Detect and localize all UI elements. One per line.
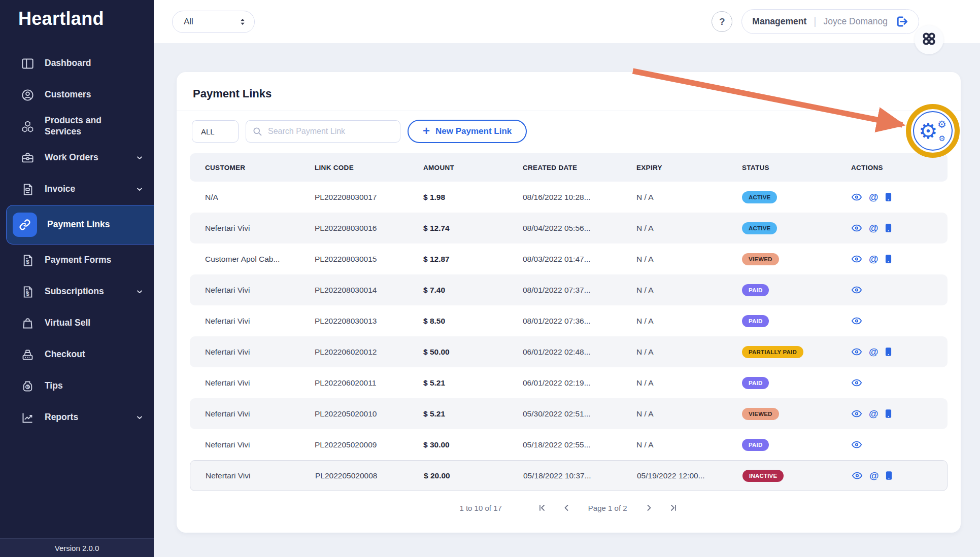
sms-icon[interactable] xyxy=(885,223,892,233)
cell-customer: Nefertari Vivi xyxy=(205,286,315,295)
logout-icon[interactable] xyxy=(895,15,908,28)
sms-icon[interactable] xyxy=(885,192,892,202)
chevron-down-icon xyxy=(136,413,144,422)
cell-expiry: N / A xyxy=(636,317,742,326)
topbar-right: ? Management | Joyce Domanog xyxy=(712,9,919,34)
new-payment-link-button[interactable]: + New Payment Link xyxy=(408,120,527,143)
status-badge: ACTIVE xyxy=(742,222,777,234)
sidebar-item-subscriptions[interactable]: $Subscriptions xyxy=(0,276,154,307)
pagination: 1 to 10 of 17 Page 1 of 2 xyxy=(190,503,948,512)
cell-customer: Nefertari Vivi xyxy=(205,378,315,388)
gear-tiny-icon: ⚙ xyxy=(939,134,945,142)
settings-button[interactable]: ⚙ ⚙ ⚙ xyxy=(913,111,953,151)
select-arrows-icon xyxy=(239,17,246,26)
cell-amount: $ 5.21 xyxy=(423,409,523,419)
help-button[interactable]: ? xyxy=(712,11,732,32)
view-icon[interactable] xyxy=(851,409,862,418)
table-row: Nefertari ViviPL202206020011$ 5.2106/01/… xyxy=(190,367,948,398)
sms-icon[interactable] xyxy=(885,409,892,419)
status-badge: PAID xyxy=(742,439,769,451)
email-icon[interactable]: @ xyxy=(869,347,878,357)
view-icon[interactable] xyxy=(851,286,862,294)
content-area: Payment Links ALL + New Payment Link xyxy=(154,43,980,557)
plus-icon: + xyxy=(423,125,430,137)
view-icon[interactable] xyxy=(851,347,862,356)
email-icon[interactable]: @ xyxy=(869,409,878,419)
cell-customer: Nefertari Vivi xyxy=(205,440,315,449)
sidebar-item-dashboard[interactable]: Dashboard xyxy=(0,48,154,79)
user-menu[interactable]: Management | Joyce Domanog xyxy=(741,9,919,34)
sidebar-item-tips[interactable]: $Tips xyxy=(0,370,154,402)
status-badge: PAID xyxy=(742,377,769,389)
view-icon[interactable] xyxy=(852,471,863,480)
cell-created-date: 08/01/2022 07:36... xyxy=(523,317,636,326)
view-icon[interactable] xyxy=(851,193,862,201)
cell-expiry: N / A xyxy=(636,347,742,357)
email-icon[interactable]: @ xyxy=(869,192,878,202)
sms-icon[interactable] xyxy=(885,347,892,357)
email-icon[interactable]: @ xyxy=(869,223,878,233)
sidebar-item-payment-links[interactable]: Payment Links xyxy=(6,205,154,245)
sidebar-item-products-and-services[interactable]: Products and Services xyxy=(0,111,154,142)
cell-amount: $ 8.50 xyxy=(423,317,523,326)
table-body: N/APL202208030017$ 1.9808/16/2022 10:28.… xyxy=(190,182,948,491)
cell-link-code: PL202208030013 xyxy=(315,317,423,326)
app-root: Heartland DashboardCustomersProducts and… xyxy=(0,0,980,557)
pagination-page: Page 1 of 2 xyxy=(588,504,627,512)
sidebar-item-label: Payment Links xyxy=(47,219,110,230)
sidebar-item-reports[interactable]: Reports xyxy=(0,402,154,433)
cell-actions xyxy=(851,286,948,294)
cell-created-date: 08/04/2022 05:56... xyxy=(523,224,636,233)
sidebar-item-payment-forms[interactable]: $Payment Forms xyxy=(0,245,154,276)
sidebar-item-work-orders[interactable]: Work Orders xyxy=(0,142,154,173)
sidebar-item-checkout[interactable]: Checkout xyxy=(0,339,154,370)
prev-page-button[interactable] xyxy=(562,503,571,512)
email-icon[interactable]: @ xyxy=(869,254,878,264)
role-label: Management xyxy=(752,16,806,27)
search-input[interactable] xyxy=(267,126,394,136)
sidebar-item-label: Reports xyxy=(45,412,78,423)
sidebar-item-virtual-sell[interactable]: Virtual Sell xyxy=(0,307,154,339)
view-icon[interactable] xyxy=(851,224,862,232)
status-badge: VIEWED xyxy=(742,253,779,265)
column-header-amount: AMOUNT xyxy=(423,164,523,171)
view-icon[interactable] xyxy=(851,255,862,263)
email-icon[interactable]: @ xyxy=(869,471,879,480)
version-label: Version 2.0.0 xyxy=(0,538,154,557)
table-header: CUSTOMERLINK CODEAMOUNTCREATED DATEEXPIR… xyxy=(190,153,948,182)
view-icon[interactable] xyxy=(851,440,862,449)
search-icon xyxy=(252,126,262,136)
cell-actions: @ xyxy=(851,223,948,233)
sidebar-item-label: Products and Services xyxy=(45,115,126,137)
next-page-button[interactable] xyxy=(645,503,654,512)
sidebar-item-invoice[interactable]: Invoice xyxy=(0,173,154,205)
cell-expiry: N / A xyxy=(636,193,742,202)
column-header-customer: CUSTOMER xyxy=(205,164,315,171)
cell-status: ACTIVE xyxy=(742,191,851,203)
cell-link-code: PL202206020011 xyxy=(315,378,423,388)
work-orders-icon xyxy=(20,151,35,165)
cell-link-code: PL202208030016 xyxy=(315,224,423,233)
filter-row: ALL + New Payment Link xyxy=(192,120,948,143)
sidebar-item-label: Customers xyxy=(45,89,91,100)
search-box xyxy=(246,120,400,143)
cell-link-code: PL202208030017 xyxy=(315,193,423,202)
sidebar-item-customers[interactable]: Customers xyxy=(0,79,154,111)
app-launcher-button[interactable] xyxy=(915,25,943,54)
payment-links-card: Payment Links ALL + New Payment Link xyxy=(177,72,961,533)
sms-icon[interactable] xyxy=(885,254,892,264)
view-icon[interactable] xyxy=(851,378,862,387)
dashboard-icon xyxy=(20,56,35,71)
cell-amount: $ 12.74 xyxy=(423,224,523,233)
first-page-button[interactable] xyxy=(537,503,547,512)
status-filter-select[interactable]: ALL xyxy=(192,120,239,143)
invoice-icon xyxy=(20,182,35,196)
org-filter-select[interactable]: All xyxy=(172,11,255,33)
column-header-expiry: EXPIRY xyxy=(636,164,742,171)
sms-icon[interactable] xyxy=(886,471,892,480)
last-page-button[interactable] xyxy=(669,503,678,512)
view-icon[interactable] xyxy=(851,317,862,325)
table-row: Nefertari ViviPL202208030016$ 12.7408/04… xyxy=(190,213,948,243)
cell-actions xyxy=(851,440,948,449)
customers-icon xyxy=(20,88,35,102)
